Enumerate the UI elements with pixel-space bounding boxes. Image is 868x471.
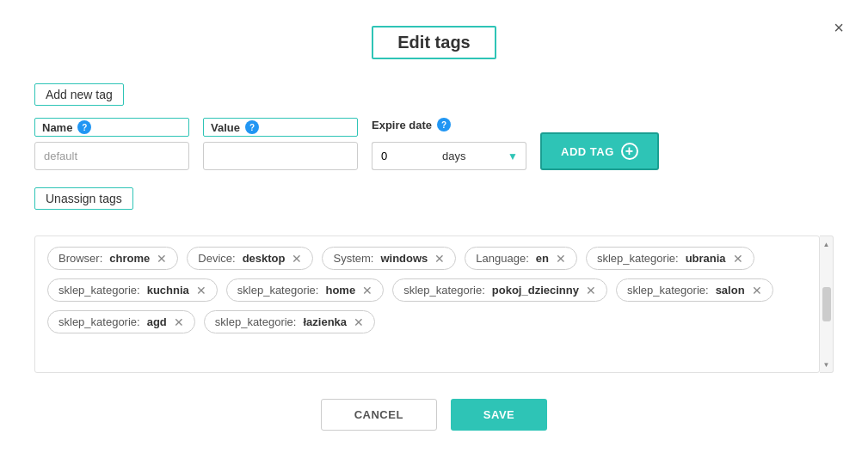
tag-remove-icon[interactable]: ✕ bbox=[733, 253, 743, 265]
name-label: Name bbox=[42, 121, 72, 134]
tags-row-1: Browser: chrome✕Device: desktop✕System: … bbox=[47, 247, 807, 270]
tag-chip: sklep_kategorie: salon✕ bbox=[616, 278, 773, 302]
tag-key: sklep_kategorie: bbox=[627, 284, 709, 297]
value-help-icon[interactable]: ? bbox=[245, 120, 259, 134]
add-tag-plus-icon: + bbox=[621, 143, 638, 160]
cancel-button[interactable]: CANCEL bbox=[321, 399, 437, 431]
tag-value: windows bbox=[380, 252, 428, 265]
tag-key: sklep_kategorie: bbox=[403, 284, 485, 297]
tag-chip: Language: en✕ bbox=[465, 247, 577, 270]
tag-value: salon bbox=[716, 284, 745, 297]
form-row: Name ? Value ? Expire date ? da bbox=[34, 118, 834, 170]
expire-label: Expire date ? bbox=[372, 118, 526, 132]
name-help-icon[interactable]: ? bbox=[77, 120, 91, 134]
tag-chip: sklep_kategorie: łazienka✕ bbox=[204, 310, 375, 333]
scroll-up-arrow[interactable]: ▲ bbox=[821, 238, 833, 250]
name-field-group: Name ? bbox=[34, 118, 189, 170]
name-input[interactable] bbox=[34, 142, 189, 170]
tag-remove-icon[interactable]: ✕ bbox=[362, 284, 372, 297]
tag-key: Device: bbox=[198, 252, 235, 265]
tag-remove-icon[interactable]: ✕ bbox=[196, 284, 206, 297]
expire-inputs: days hours minutes ▼ bbox=[372, 142, 526, 170]
tag-remove-icon[interactable]: ✕ bbox=[354, 316, 364, 328]
tag-chip: Browser: chrome✕ bbox=[47, 247, 178, 270]
tag-remove-icon[interactable]: ✕ bbox=[434, 253, 445, 265]
tag-chip: sklep_kategorie: pokoj_dziecinny✕ bbox=[392, 278, 607, 302]
tag-remove-icon[interactable]: ✕ bbox=[292, 253, 302, 265]
value-label: Value bbox=[211, 121, 240, 134]
tag-value: home bbox=[325, 284, 355, 297]
tag-key: Language: bbox=[476, 252, 528, 265]
tag-chip: sklep_kategorie: home✕ bbox=[226, 278, 384, 302]
scrollbar-thumb[interactable] bbox=[822, 287, 831, 321]
tag-key: sklep_kategorie: bbox=[58, 315, 140, 328]
tag-chip: System: windows✕ bbox=[322, 247, 456, 270]
tag-value: en bbox=[536, 252, 549, 265]
footer: CANCEL SAVE bbox=[34, 399, 834, 431]
tag-key: System: bbox=[333, 252, 373, 265]
scroll-down-arrow[interactable]: ▼ bbox=[821, 358, 833, 370]
tags-container: Browser: chrome✕Device: desktop✕System: … bbox=[34, 236, 834, 373]
tag-key: Browser: bbox=[58, 252, 102, 265]
tag-chip: sklep_kategorie: agd✕ bbox=[47, 310, 195, 333]
tag-remove-icon[interactable]: ✕ bbox=[586, 284, 596, 297]
modal-title-area: Edit tags bbox=[34, 26, 834, 59]
tag-remove-icon[interactable]: ✕ bbox=[556, 253, 566, 265]
tag-chip: sklep_kategorie: ubrania✕ bbox=[586, 247, 754, 270]
tag-value: pokoj_dziecinny bbox=[492, 284, 579, 297]
value-input[interactable] bbox=[203, 142, 358, 170]
name-label-wrapper: Name ? bbox=[34, 118, 189, 137]
tags-row-3: sklep_kategorie: agd✕sklep_kategorie: ła… bbox=[47, 310, 807, 333]
scrollbar-track: ▲ ▼ bbox=[820, 236, 834, 373]
tag-value: desktop bbox=[243, 252, 286, 265]
tag-remove-icon[interactable]: ✕ bbox=[157, 253, 167, 265]
tag-key: sklep_kategorie: bbox=[58, 284, 140, 297]
tags-area: Browser: chrome✕Device: desktop✕System: … bbox=[34, 236, 820, 373]
value-field-group: Value ? bbox=[203, 118, 358, 170]
expire-date-group: Expire date ? days hours minutes ▼ bbox=[372, 118, 526, 170]
tag-chip: sklep_kategorie: kuchnia✕ bbox=[47, 278, 218, 302]
add-new-tag-label: Add new tag bbox=[34, 83, 124, 106]
tag-key: sklep_kategorie: bbox=[597, 252, 679, 265]
tag-remove-icon[interactable]: ✕ bbox=[174, 316, 184, 328]
value-label-wrapper: Value ? bbox=[203, 118, 358, 137]
unassign-tags-label: Unassign tags bbox=[34, 187, 133, 210]
tag-value: chrome bbox=[109, 252, 150, 265]
tag-key: sklep_kategorie: bbox=[215, 315, 297, 328]
days-select-wrapper: days hours minutes ▼ bbox=[432, 142, 526, 170]
tag-key: sklep_kategorie: bbox=[237, 284, 319, 297]
tag-value: agd bbox=[147, 315, 167, 328]
tag-value: kuchnia bbox=[147, 284, 189, 297]
expire-help-icon[interactable]: ? bbox=[437, 118, 451, 132]
tags-row-2: sklep_kategorie: kuchnia✕sklep_kategorie… bbox=[47, 278, 807, 302]
tag-remove-icon[interactable]: ✕ bbox=[752, 284, 762, 297]
days-select[interactable]: days hours minutes bbox=[432, 142, 526, 170]
unassign-section: Unassign tags bbox=[34, 187, 834, 222]
close-button[interactable]: × bbox=[834, 19, 844, 36]
tag-value: łazienka bbox=[303, 315, 347, 328]
tag-value: ubrania bbox=[686, 252, 726, 265]
tag-chip: Device: desktop✕ bbox=[187, 247, 313, 270]
expire-number-input[interactable] bbox=[372, 142, 432, 170]
save-button[interactable]: SAVE bbox=[451, 399, 547, 431]
modal-title: Edit tags bbox=[372, 26, 496, 59]
add-tag-button[interactable]: ADD TAG + bbox=[540, 132, 659, 170]
modal-container: Edit tags × Add new tag Name ? Value ? E… bbox=[0, 0, 868, 471]
